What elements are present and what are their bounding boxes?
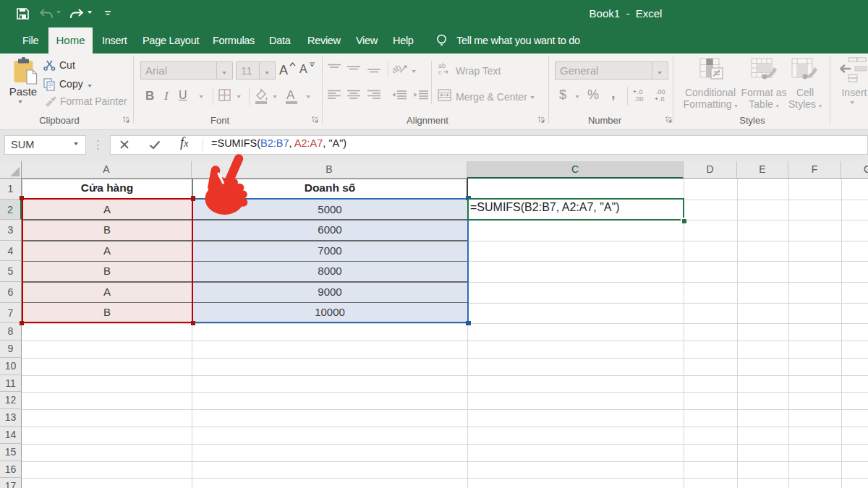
svg-text:c: c [438, 69, 442, 75]
svg-text:.0: .0 [659, 95, 665, 103]
svg-text:.00: .00 [656, 88, 665, 95]
svg-text:ab: ab [393, 63, 403, 74]
svg-text:.0: .0 [637, 88, 643, 95]
svg-text:.00: .00 [634, 95, 644, 103]
